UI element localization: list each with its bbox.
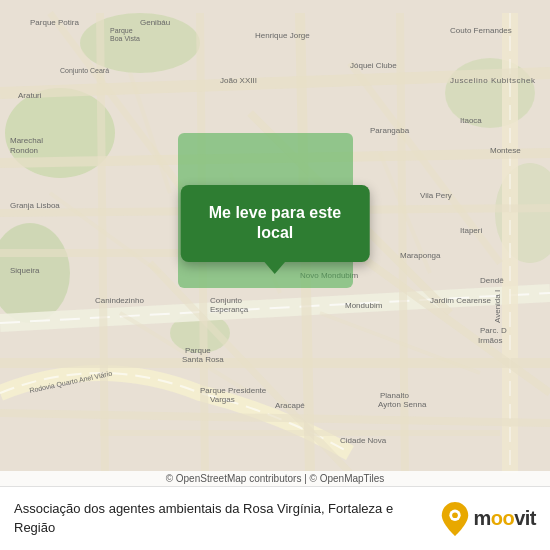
bottom-bar: Associação dos agentes ambientais da Ros… xyxy=(0,486,550,550)
svg-text:Siqueira: Siqueira xyxy=(10,266,40,275)
svg-text:Ayrton Senna: Ayrton Senna xyxy=(378,400,427,409)
svg-text:Vila Pery: Vila Pery xyxy=(420,191,452,200)
svg-text:Rondon: Rondon xyxy=(10,146,38,155)
svg-text:Parque Potira: Parque Potira xyxy=(30,18,79,27)
svg-text:Conjunto: Conjunto xyxy=(210,296,243,305)
app-container: Parque Potira Genibáu Couto Fernandes Ar… xyxy=(0,0,550,550)
svg-text:Santa Rosa: Santa Rosa xyxy=(182,355,224,364)
svg-text:Avenida I: Avenida I xyxy=(493,290,502,323)
map-area[interactable]: Parque Potira Genibáu Couto Fernandes Ar… xyxy=(0,0,550,486)
svg-text:Parc. D: Parc. D xyxy=(480,326,507,335)
map-attribution: © OpenStreetMap contributors | © OpenMap… xyxy=(0,471,550,486)
svg-text:Conjunto Ceará: Conjunto Ceará xyxy=(60,67,109,75)
svg-text:Araturi: Araturi xyxy=(18,91,42,100)
svg-text:Henrique Jorge: Henrique Jorge xyxy=(255,31,310,40)
map-popup[interactable]: Me leve para este local xyxy=(181,185,370,263)
svg-text:Parque: Parque xyxy=(185,346,211,355)
popup-text-line2: local xyxy=(257,224,293,241)
svg-text:Parangaba: Parangaba xyxy=(370,126,410,135)
svg-text:Aracapé: Aracapé xyxy=(275,401,305,410)
popup-text-line1: Me leve para este xyxy=(209,204,342,221)
svg-text:Itaoca: Itaoca xyxy=(460,116,482,125)
svg-text:Montese: Montese xyxy=(490,146,521,155)
svg-text:Irmãos: Irmãos xyxy=(478,336,502,345)
svg-text:Maraponga: Maraponga xyxy=(400,251,441,260)
svg-text:Itaperi: Itaperi xyxy=(460,226,482,235)
svg-text:Jóquei Clube: Jóquei Clube xyxy=(350,61,397,70)
moovit-logo: moovit xyxy=(441,502,536,536)
svg-point-75 xyxy=(453,512,459,518)
svg-text:Cidade Nova: Cidade Nova xyxy=(340,436,387,445)
svg-text:Couto Fernandes: Couto Fernandes xyxy=(450,26,512,35)
svg-text:Vargas: Vargas xyxy=(210,395,235,404)
svg-text:Marechal: Marechal xyxy=(10,136,43,145)
moovit-pin-icon xyxy=(441,502,469,536)
svg-text:Planalto: Planalto xyxy=(380,391,409,400)
svg-text:Parque: Parque xyxy=(110,27,133,35)
svg-text:Esperança: Esperança xyxy=(210,305,249,314)
svg-text:Boa Vista: Boa Vista xyxy=(110,35,140,42)
svg-text:Canindezinho: Canindezinho xyxy=(95,296,144,305)
svg-text:Dendê: Dendê xyxy=(480,276,504,285)
svg-text:Parque Presidente: Parque Presidente xyxy=(200,386,267,395)
svg-text:Genibáu: Genibáu xyxy=(140,18,170,27)
svg-text:Jardim Cearense: Jardim Cearense xyxy=(430,296,491,305)
moovit-text-label: moovit xyxy=(473,507,536,530)
svg-text:João XXIII: João XXIII xyxy=(220,76,257,85)
svg-text:Mondubim: Mondubim xyxy=(345,301,383,310)
svg-text:Juscelino Kubitschek: Juscelino Kubitschek xyxy=(450,76,536,85)
svg-text:Granja Lisboa: Granja Lisboa xyxy=(10,201,60,210)
place-name: Associação dos agentes ambientais da Ros… xyxy=(14,500,441,536)
